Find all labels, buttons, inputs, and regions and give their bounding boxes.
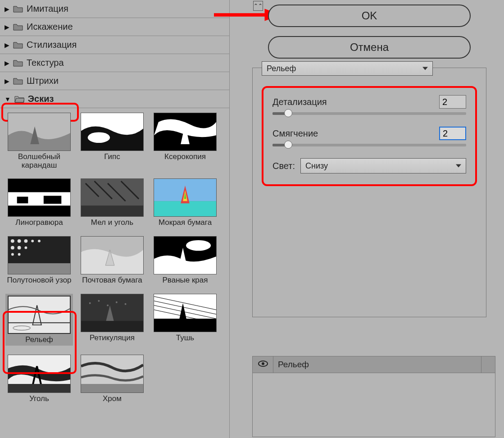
light-direction-select[interactable]: Снизу bbox=[300, 158, 466, 173]
svg-rect-37 bbox=[81, 321, 143, 332]
slider-thumb-icon[interactable] bbox=[284, 109, 292, 117]
folder-open-icon bbox=[14, 95, 24, 103]
filter-thumb-wet-paper[interactable]: Мокрая бумага bbox=[151, 178, 219, 227]
svg-rect-12 bbox=[154, 201, 216, 217]
thumb-label: Рваные края bbox=[163, 276, 208, 285]
svg-point-21 bbox=[24, 246, 27, 249]
filter-thumb-torn-edges[interactable]: Рваные края bbox=[151, 236, 219, 285]
folder-icon bbox=[13, 23, 23, 31]
disclosure-triangle-icon: ▶ bbox=[5, 23, 9, 31]
svg-rect-10 bbox=[81, 206, 143, 217]
filter-thumb-chrome[interactable]: Хром bbox=[78, 355, 146, 403]
ok-button[interactable]: OK bbox=[268, 5, 471, 27]
filter-thumb-ink[interactable]: Тушь bbox=[151, 294, 219, 346]
detail-input[interactable] bbox=[439, 95, 466, 109]
thumb-label: Ретикуляция bbox=[90, 334, 135, 342]
visibility-toggle[interactable] bbox=[253, 356, 273, 373]
filter-categories-panel: ▶ Имитация ▶ Искажение ▶ Стилизация ▶ Те… bbox=[0, 0, 230, 438]
thumb-label: Полутоновой узор bbox=[7, 276, 71, 285]
filter-thumb-linocut[interactable]: Линогравюра bbox=[5, 178, 73, 227]
svg-point-35 bbox=[116, 301, 118, 303]
svg-point-36 bbox=[125, 303, 127, 305]
disclosure-triangle-icon: ▶ bbox=[5, 41, 9, 49]
thumb-label: Линогравюра bbox=[15, 219, 63, 227]
category-label: Имитация bbox=[27, 4, 68, 14]
select-value: Снизу bbox=[305, 161, 328, 171]
eye-icon bbox=[258, 360, 268, 370]
thumb-label: Хром bbox=[103, 395, 122, 403]
category-row-stylize[interactable]: ▶ Стилизация bbox=[0, 36, 229, 54]
thumb-label: Волшебный карандаш bbox=[5, 153, 73, 169]
thumb-label: Почтовая бумага bbox=[82, 276, 142, 285]
svg-point-27 bbox=[186, 240, 211, 251]
svg-point-20 bbox=[18, 246, 21, 250]
applied-filter-row[interactable]: Рельеф bbox=[253, 356, 495, 373]
thumb-label: Рельеф bbox=[25, 336, 53, 344]
soften-input[interactable] bbox=[439, 127, 466, 140]
slider-thumb-icon[interactable] bbox=[284, 141, 292, 149]
filter-thumbnails-grid: Волшебный карандаш Гипс Ксерокопия Линог… bbox=[0, 108, 229, 408]
svg-point-51 bbox=[262, 362, 264, 365]
category-row-strokes[interactable]: ▶ Штрихи bbox=[0, 72, 229, 90]
disclosure-triangle-icon: ▶ bbox=[5, 78, 9, 85]
svg-point-15 bbox=[18, 239, 21, 243]
svg-point-32 bbox=[89, 302, 91, 304]
svg-point-19 bbox=[11, 246, 14, 250]
filter-thumb-halftone[interactable]: Полутоновой узор bbox=[5, 236, 73, 285]
applied-filters-list: Рельеф bbox=[252, 356, 495, 437]
svg-rect-24 bbox=[8, 263, 70, 274]
filter-settings-panel: OK Отмена Рельеф Детализация Смягчение С… bbox=[243, 0, 495, 317]
svg-rect-47 bbox=[81, 384, 143, 393]
folder-icon bbox=[13, 41, 23, 49]
select-value: Рельеф bbox=[267, 64, 296, 73]
disclosure-triangle-icon: ▶ bbox=[5, 5, 9, 13]
folder-icon bbox=[13, 5, 23, 13]
category-label: Стилизация bbox=[27, 40, 77, 50]
filter-thumb-magic-pencil[interactable]: Волшебный карандаш bbox=[5, 113, 73, 169]
applied-filter-name: Рельеф bbox=[273, 356, 481, 373]
cancel-button[interactable]: Отмена bbox=[268, 36, 471, 59]
annotation-highlight-params: Детализация Смягчение Свет: Снизу bbox=[262, 86, 477, 186]
svg-rect-45 bbox=[8, 384, 70, 393]
thumb-label: Мел и уголь bbox=[91, 219, 133, 227]
filter-thumb-relief[interactable]: Рельеф bbox=[5, 294, 73, 346]
thumb-label: Мокрая бумага bbox=[159, 219, 212, 227]
category-label: Штрихи bbox=[27, 76, 59, 86]
svg-point-17 bbox=[31, 240, 34, 242]
filter-name-select[interactable]: Рельеф bbox=[262, 61, 433, 76]
disclosure-triangle-icon: ▶ bbox=[5, 59, 9, 67]
svg-point-18 bbox=[38, 240, 41, 242]
folder-icon bbox=[13, 77, 23, 85]
svg-point-14 bbox=[11, 239, 14, 243]
category-row-texture[interactable]: ▶ Текстура bbox=[0, 54, 229, 72]
thumb-label: Тушь bbox=[176, 334, 194, 342]
category-row-sketch[interactable]: ▼ Эскиз bbox=[0, 90, 229, 108]
category-label: Искажение bbox=[27, 22, 73, 32]
thumb-label: Гипс bbox=[104, 153, 120, 161]
filter-thumb-chalk-charcoal[interactable]: Мел и уголь bbox=[78, 178, 146, 227]
svg-point-16 bbox=[24, 239, 27, 243]
category-row-distort[interactable]: ▶ Искажение bbox=[0, 18, 229, 36]
folder-icon bbox=[13, 59, 23, 67]
category-row-imitation[interactable]: ▶ Имитация bbox=[0, 0, 229, 18]
category-label: Текстура bbox=[27, 58, 64, 68]
filter-thumb-note-paper[interactable]: Почтовая бумага bbox=[78, 236, 146, 285]
svg-point-33 bbox=[98, 300, 100, 302]
filter-thumb-plaster[interactable]: Гипс bbox=[78, 113, 146, 169]
thumb-label: Ксерокопия bbox=[164, 153, 206, 161]
soften-slider[interactable] bbox=[272, 144, 466, 146]
filter-options-group: Рельеф Детализация Смягчение Свет: Снизу bbox=[252, 68, 486, 317]
soften-label: Смягчение bbox=[272, 128, 318, 139]
detail-slider[interactable] bbox=[272, 112, 466, 115]
filter-thumb-reticulation[interactable]: Ретикуляция bbox=[78, 294, 146, 346]
disclosure-triangle-icon: ▼ bbox=[5, 96, 11, 103]
thumb-label: Уголь bbox=[29, 395, 49, 403]
filter-thumb-xerox[interactable]: Ксерокопия bbox=[151, 113, 219, 169]
detail-label: Детализация bbox=[272, 97, 327, 107]
category-label: Эскиз bbox=[28, 94, 54, 104]
svg-point-23 bbox=[18, 253, 21, 256]
filter-thumb-charcoal[interactable]: Уголь bbox=[5, 355, 73, 403]
light-label: Свет: bbox=[272, 161, 295, 171]
svg-point-34 bbox=[107, 304, 109, 306]
svg-point-2 bbox=[88, 132, 110, 143]
